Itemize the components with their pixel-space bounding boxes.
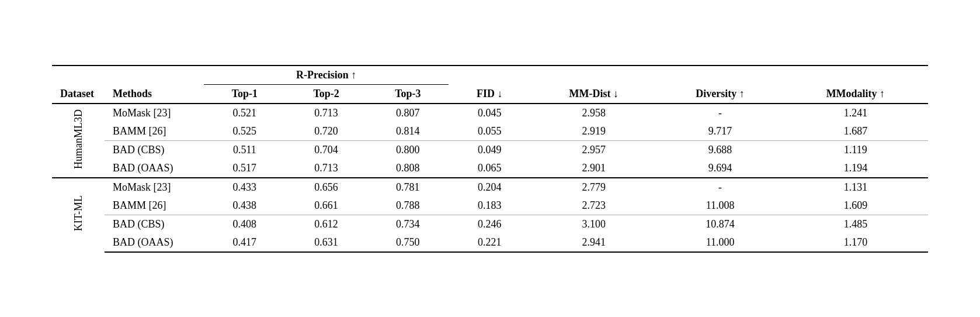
top1-cell: 0.521: [204, 104, 286, 122]
header-diversity: Diversity ↑: [657, 66, 783, 104]
top1-cell: 0.517: [204, 159, 286, 178]
header-top2: Top-2: [286, 84, 367, 104]
table-row: BAMM [26]0.4380.6610.7880.1832.72311.008…: [52, 197, 928, 215]
top3-cell: 0.734: [367, 215, 449, 233]
method-cell: MoMask [23]: [105, 104, 204, 122]
header-dataset: Dataset: [52, 66, 105, 104]
top3-cell: 0.781: [367, 178, 449, 197]
fid-cell: 0.221: [449, 233, 530, 252]
fid-cell: 0.183: [449, 197, 530, 215]
mmodality-cell: 1.485: [783, 215, 928, 233]
top3-cell: 0.807: [367, 104, 449, 122]
top2-cell: 0.713: [286, 104, 367, 122]
mmodality-cell: 1.119: [783, 140, 928, 159]
fid-cell: 0.045: [449, 104, 530, 122]
top3-cell: 0.788: [367, 197, 449, 215]
top3-cell: 0.750: [367, 233, 449, 252]
top3-cell: 0.808: [367, 159, 449, 178]
dataset-cell: KIT-ML: [52, 178, 105, 252]
diversity-cell: 9.717: [657, 122, 783, 141]
diversity-cell: -: [657, 178, 783, 197]
dataset-cell: HumanML3D: [52, 104, 105, 178]
table-row: BAD (CBS)0.5110.7040.8000.0492.9579.6881…: [52, 140, 928, 159]
mmdist-cell: 2.941: [530, 233, 657, 252]
top2-cell: 0.661: [286, 197, 367, 215]
mmodality-cell: 1.609: [783, 197, 928, 215]
mmdist-cell: 2.779: [530, 178, 657, 197]
method-cell: BAD (CBS): [105, 140, 204, 159]
method-cell: BAD (CBS): [105, 215, 204, 233]
top1-cell: 0.525: [204, 122, 286, 141]
fid-cell: 0.204: [449, 178, 530, 197]
mmodality-cell: 1.687: [783, 122, 928, 141]
top2-cell: 0.612: [286, 215, 367, 233]
header-mmdist: MM-Dist ↓: [530, 66, 657, 104]
header-mmodality: MModality ↑: [783, 66, 928, 104]
mmdist-cell: 2.958: [530, 104, 657, 122]
top1-cell: 0.438: [204, 197, 286, 215]
table-row: BAD (OAAS)0.5170.7130.8080.0652.9019.694…: [52, 159, 928, 178]
method-cell: MoMask [23]: [105, 178, 204, 197]
header-top1: Top-1: [204, 84, 286, 104]
diversity-cell: 9.694: [657, 159, 783, 178]
method-cell: BAMM [26]: [105, 122, 204, 141]
method-cell: BAD (OAAS): [105, 233, 204, 252]
mmdist-cell: 2.901: [530, 159, 657, 178]
top1-cell: 0.511: [204, 140, 286, 159]
top3-cell: 0.800: [367, 140, 449, 159]
diversity-cell: 11.008: [657, 197, 783, 215]
diversity-cell: 11.000: [657, 233, 783, 252]
top2-cell: 0.713: [286, 159, 367, 178]
top1-cell: 0.433: [204, 178, 286, 197]
table-row: BAMM [26]0.5250.7200.8140.0552.9199.7171…: [52, 122, 928, 141]
table-container: Dataset Methods R-Precision ↑ FID ↓ MM-D…: [29, 53, 951, 264]
table-row: BAD (CBS)0.4080.6120.7340.2463.10010.874…: [52, 215, 928, 233]
mmodality-cell: 1.170: [783, 233, 928, 252]
top2-cell: 0.631: [286, 233, 367, 252]
diversity-cell: 9.688: [657, 140, 783, 159]
mmdist-cell: 2.723: [530, 197, 657, 215]
diversity-cell: 10.874: [657, 215, 783, 233]
fid-cell: 0.049: [449, 140, 530, 159]
method-cell: BAD (OAAS): [105, 159, 204, 178]
table-row: BAD (OAAS)0.4170.6310.7500.2212.94111.00…: [52, 233, 928, 252]
diversity-cell: -: [657, 104, 783, 122]
mmdist-cell: 2.957: [530, 140, 657, 159]
fid-cell: 0.246: [449, 215, 530, 233]
top2-cell: 0.656: [286, 178, 367, 197]
mmodality-cell: 1.194: [783, 159, 928, 178]
header-rprecision: R-Precision ↑: [204, 66, 449, 85]
mmdist-cell: 3.100: [530, 215, 657, 233]
top1-cell: 0.408: [204, 215, 286, 233]
header-fid: FID ↓: [449, 66, 530, 104]
top3-cell: 0.814: [367, 122, 449, 141]
fid-cell: 0.065: [449, 159, 530, 178]
table-row: HumanML3DMoMask [23]0.5210.7130.8070.045…: [52, 104, 928, 122]
top2-cell: 0.720: [286, 122, 367, 141]
mmdist-cell: 2.919: [530, 122, 657, 141]
header-row-1: Dataset Methods R-Precision ↑ FID ↓ MM-D…: [52, 66, 928, 85]
table-row: KIT-MLMoMask [23]0.4330.6560.7810.2042.7…: [52, 178, 928, 197]
top1-cell: 0.417: [204, 233, 286, 252]
method-cell: BAMM [26]: [105, 197, 204, 215]
fid-cell: 0.055: [449, 122, 530, 141]
top2-cell: 0.704: [286, 140, 367, 159]
results-table: Dataset Methods R-Precision ↑ FID ↓ MM-D…: [52, 65, 928, 253]
header-top3: Top-3: [367, 84, 449, 104]
mmodality-cell: 1.131: [783, 178, 928, 197]
header-methods: Methods: [105, 66, 204, 104]
mmodality-cell: 1.241: [783, 104, 928, 122]
